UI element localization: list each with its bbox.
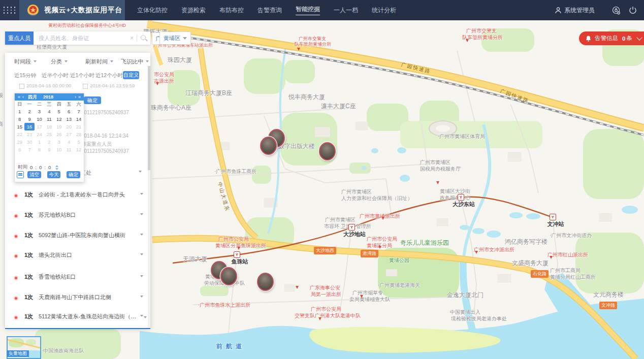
calendar-day[interactable]: 10: [35, 115, 44, 123]
list-item[interactable]: 1次香雪地铁站E口: [5, 274, 150, 289]
calendar-day[interactable]: 11: [64, 146, 74, 153]
calendar-day[interactable]: 18: [44, 123, 54, 130]
expand-caret-icon[interactable]: [140, 275, 143, 277]
district-dropdown[interactable]: 黄埔区: [159, 31, 191, 45]
filter-dropdown-0[interactable]: 时间段: [14, 58, 37, 66]
list-item[interactable]: 1次塘头北街出口: [5, 252, 150, 268]
next-month-button[interactable]: ›: [75, 94, 76, 100]
clear-button[interactable]: 清空: [27, 171, 41, 178]
time-hour[interactable]: 0: [30, 165, 33, 170]
clear-icon[interactable]: ×: [127, 35, 137, 42]
calendar-side-confirm-button[interactable]: 确定: [84, 96, 101, 104]
expand-caret-icon[interactable]: [140, 253, 143, 255]
quick-time-2[interactable]: 近1个小时: [70, 72, 94, 79]
hidden-item-caret[interactable]: [139, 171, 142, 173]
prev-month-button[interactable]: ‹: [22, 94, 24, 100]
today-button[interactable]: 今天: [47, 171, 60, 178]
list-item[interactable]: 1次5092蟹山路-中医院东南向蟹山横街: [5, 233, 150, 248]
nav-item-1[interactable]: 资源检索: [181, 6, 206, 15]
calendar-day[interactable]: 12: [54, 115, 64, 123]
prev-year-button[interactable]: «: [18, 94, 20, 100]
calendar-day[interactable]: 14: [74, 115, 83, 123]
security-settings-button[interactable]: [612, 6, 621, 15]
list-item[interactable]: 1次5112黄埔大道东-鱼珠总站向海边街（全）: [5, 314, 150, 329]
calendar-day[interactable]: 9: [24, 115, 34, 123]
focus-person-tag[interactable]: 重点人员: [5, 31, 34, 45]
nav-item-6[interactable]: 统计分析: [372, 6, 396, 15]
calendar-day[interactable]: 13: [64, 115, 74, 123]
calendar-day[interactable]: 1: [15, 108, 24, 115]
calendar-day[interactable]: 24: [35, 130, 44, 138]
confirm-button[interactable]: 确定: [67, 171, 80, 178]
end-date-checkbox[interactable]: [83, 84, 88, 89]
calendar-day[interactable]: 3: [35, 108, 44, 115]
start-date-value[interactable]: 2018-04-16 00:00:00: [26, 83, 71, 88]
expand-caret-icon[interactable]: [140, 234, 143, 236]
quick-time-3[interactable]: 近12个小时: [95, 72, 123, 79]
calendar-day[interactable]: 20: [64, 123, 74, 130]
calendar-year[interactable]: 2018: [43, 94, 53, 100]
calendar-day[interactable]: 30: [24, 138, 34, 146]
calendar-day[interactable]: 22: [15, 130, 24, 138]
apps-grid-icon[interactable]: [0, 0, 19, 20]
calendar-day[interactable]: 11: [44, 115, 54, 123]
calendar-day[interactable]: 6: [64, 108, 74, 115]
calendar-day[interactable]: 15: [15, 123, 24, 130]
scrollbar-thumb[interactable]: [148, 66, 150, 170]
calendar-day[interactable]: 27: [64, 130, 74, 138]
calendar-day-selected[interactable]: 16: [24, 123, 34, 130]
calendar-day[interactable]: 7: [74, 108, 83, 115]
calendar-day[interactable]: 5: [74, 138, 83, 146]
calendar-day[interactable]: 1: [35, 138, 44, 146]
expand-caret-icon[interactable]: [140, 296, 143, 298]
quick-time-1[interactable]: 近半个小时: [42, 72, 69, 79]
scroll-down-icon[interactable]: [144, 316, 147, 318]
time-minute[interactable]: 0: [39, 165, 42, 170]
calendar-month[interactable]: 四月: [28, 94, 37, 101]
alert-banner[interactable]: 告警信息 0 条: [579, 31, 644, 45]
quick-time-0[interactable]: 近15分钟: [14, 72, 36, 79]
calendar-day[interactable]: 2: [24, 108, 34, 115]
calendar-day[interactable]: 17: [35, 123, 44, 130]
calendar-day[interactable]: 28: [74, 130, 83, 138]
expand-caret-icon[interactable]: [140, 315, 143, 317]
calendar-day[interactable]: 7: [24, 146, 34, 153]
logout-button[interactable]: [629, 6, 637, 14]
calendar-day[interactable]: 26: [54, 130, 64, 138]
search-icon[interactable]: [137, 31, 150, 45]
calendar-day[interactable]: 6: [15, 146, 24, 153]
calendar-day[interactable]: 19: [54, 123, 64, 130]
calendar-day[interactable]: 2: [44, 138, 54, 146]
list-item[interactable]: 1次企岭街 - 北1巷麦岭东一巷口向井头: [5, 192, 150, 207]
person-photo-marker[interactable]: [257, 273, 274, 291]
calendar-day[interactable]: 10: [54, 146, 64, 153]
start-date-checkbox[interactable]: [19, 84, 24, 89]
person-photo-marker[interactable]: [260, 137, 277, 155]
expand-caret-icon[interactable]: [140, 193, 143, 195]
person-photo-marker[interactable]: [319, 142, 336, 160]
calendar-day[interactable]: 9: [44, 146, 54, 153]
custom-range-button[interactable]: 自定义: [123, 71, 139, 79]
calendar-day[interactable]: 29: [15, 138, 24, 146]
filter-dropdown-3[interactable]: 飞识比中: [121, 58, 149, 66]
filter-dropdown-1[interactable]: 分类: [51, 58, 68, 66]
calendar-day[interactable]: 12: [74, 146, 83, 153]
calendar-day[interactable]: 21: [74, 123, 83, 130]
list-item[interactable]: 1次苏元地铁站B口: [5, 212, 150, 227]
user-menu[interactable]: 系统管理员: [555, 6, 595, 15]
calendar-day[interactable]: 23: [24, 130, 34, 138]
calendar-day[interactable]: 4: [44, 108, 54, 115]
calendar-day[interactable]: 25: [44, 130, 54, 138]
calendar-day[interactable]: 5: [54, 108, 64, 115]
nav-item-4[interactable]: 智能挖掘: [296, 5, 320, 15]
filter-dropdown-2[interactable]: 刷新时间: [85, 58, 113, 66]
list-item[interactable]: 1次天鹿南路与山下中路路口北侧: [5, 295, 150, 310]
nav-item-5[interactable]: 一人一档: [334, 6, 358, 15]
nav-item-2[interactable]: 布防布控: [219, 6, 244, 15]
nav-item-0[interactable]: 立体化防控: [137, 6, 168, 15]
minimap-label[interactable]: 矢量地图: [7, 350, 29, 357]
search-input[interactable]: [34, 35, 127, 41]
time-second[interactable]: 0: [48, 165, 51, 170]
calendar-day[interactable]: 8: [15, 115, 24, 123]
nav-item-3[interactable]: 告警查询: [257, 6, 282, 15]
